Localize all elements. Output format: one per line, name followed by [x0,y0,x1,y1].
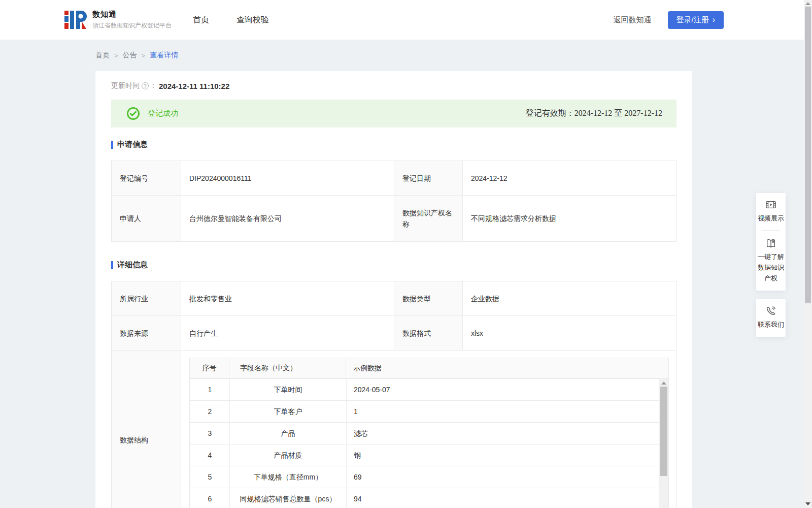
scrollbar-thumb[interactable] [660,387,667,476]
nav-home[interactable]: 首页 [192,12,210,28]
data-format-label: 数据格式 [394,316,463,351]
breadcrumb-separator: > [142,52,146,59]
window-scrollbar[interactable] [804,0,812,508]
structure-row: 6 同规格滤芯销售总数量（pcs） 94 [190,488,659,508]
registration-success-banner: 登记成功 登记有效期：2024-12-12 至 2027-12-12 [111,100,676,128]
open-book-icon [765,238,776,249]
structure-table-body: 1 下单时间 2024-05-07 2 下单客户 1 [190,378,668,508]
scroll-up-arrow-icon[interactable] [805,2,810,5]
row-index: 4 [190,444,230,466]
row-field: 产品 [230,422,347,444]
top-bar: 数知通 浙江省数据知识产权登记平台 首页 查询校验 返回数知通 登录/注册 › [0,0,812,40]
contact-us-card[interactable]: 联系我们 [756,299,786,337]
row-index: 1 [190,378,230,400]
validity-label: 登记有效期： [526,109,574,117]
help-circle-icon[interactable]: ? [142,82,149,89]
video-show-item[interactable]: 视频展示 [757,199,785,224]
data-structure-label: 数据结构 [112,351,181,508]
apply-info-title-text: 申请信息 [117,140,148,149]
logo-subtitle: 浙江省数据知识产权登记平台 [92,21,172,30]
update-time-colon: ： [150,81,157,90]
nav-query-verify[interactable]: 查询校验 [235,12,270,28]
row-sample: 滤芯 [347,422,659,444]
update-time-value: 2024-12-11 11:10:22 [159,82,229,90]
one-click-guide-item[interactable]: 一键了解数据知识产权 [757,238,785,283]
dip-name-value: 不同规格滤芯需求分析数据 [463,196,676,242]
data-source-value: 自行产生 [181,316,394,351]
reg-date-value: 2024-12-12 [463,161,676,196]
login-register-button[interactable]: 登录/注册 › [668,11,724,29]
logo-ip-icon [63,8,87,31]
col-header-sample-data: 示例数据 [346,358,668,378]
section-bar-icon [111,261,113,269]
divider [762,230,780,231]
row-field: 下单客户 [230,400,347,422]
floating-side-panel: 视频展示 一键了解数据知识产权 联系我们 [756,193,786,337]
structure-row: 5 下单规格（直径mm） 69 [190,466,659,488]
industry-value: 批发和零售业 [181,281,394,316]
back-to-shuzhitong-link[interactable]: 返回数知通 [614,15,652,25]
update-time-row: 更新时间 ? ： 2024-12-11 11:10:22 [111,80,676,91]
row-index: 3 [190,422,230,444]
apply-info-table: 登记编号 DIP2024000016111 登记日期 2024-12-12 申请… [111,161,676,242]
row-index: 2 [190,400,230,422]
structure-row: 4 产品材质 钢 [190,444,659,466]
one-click-guide-label: 一键了解数据知识产权 [757,251,785,283]
scroll-up-arrow-icon[interactable] [661,382,666,385]
chevron-right-icon: › [713,16,715,24]
applicant-label: 申请人 [112,196,181,242]
contact-us-label: 联系我们 [757,319,785,330]
data-source-label: 数据来源 [112,316,181,351]
structure-row: 3 产品 滤芯 [190,422,659,444]
detail-info-title-text: 详细信息 [117,260,148,270]
row-field: 下单规格（直径mm） [230,466,347,488]
table-row: 申请人 台州德尔曼智能装备有限公司 数据知识产权名称 不同规格滤芯需求分析数据 [112,196,676,242]
structure-table: 序号 字段名称（中文） 示例数据 1 下单时间 2024-05-07 [189,358,669,508]
breadcrumb: 首页 > 公告 > 查看详情 [0,40,812,71]
row-field: 下单时间 [230,378,347,400]
phone-icon [765,305,776,316]
status-text: 登记成功 [148,109,178,118]
row-index: 6 [190,488,230,508]
structure-row: 1 下单时间 2024-05-07 [190,378,659,400]
apply-info-section-title: 申请信息 [111,140,676,149]
col-header-index: 序号 [190,358,229,378]
reg-number-value: DIP2024000016111 [181,161,394,196]
scroll-down-arrow-icon[interactable] [805,502,810,505]
row-sample: 钢 [347,444,659,466]
main-nav: 首页 查询校验 [192,12,270,28]
detail-info-table: 所属行业 批发和零售业 数据类型 企业数据 数据来源 自行产生 数据格式 xls… [111,281,676,508]
applicant-value: 台州德尔曼智能装备有限公司 [181,196,394,242]
detail-info-section-title: 详细信息 [111,260,676,270]
section-bar-icon [111,141,113,149]
col-header-field-name: 字段名称（中文） [229,358,346,378]
success-check-icon [126,107,140,120]
table-row: 所属行业 批发和零售业 数据类型 企业数据 [112,281,676,316]
industry-label: 所属行业 [112,281,181,316]
validity-value: 2024-12-12 至 2027-12-12 [574,109,662,117]
row-field: 同规格滤芯销售总数量（pcs） [230,488,347,508]
logo-title: 数知通 [92,10,172,19]
structure-table-scrollbar[interactable] [659,378,668,508]
row-sample: 69 [347,466,659,488]
data-type-value: 企业数据 [463,281,676,316]
breadcrumb-home[interactable]: 首页 [95,51,110,60]
data-structure-cell: 序号 字段名称（中文） 示例数据 1 下单时间 2024-05-07 [181,351,676,508]
structure-rows: 1 下单时间 2024-05-07 2 下单客户 1 [190,378,659,508]
breadcrumb-current: 查看详情 [150,51,178,60]
top-right-actions: 返回数知通 登录/注册 › [614,11,812,29]
table-row: 数据来源 自行产生 数据格式 xlsx [112,316,676,351]
row-index: 5 [190,466,230,488]
data-type-label: 数据类型 [394,281,463,316]
side-panel-card-top: 视频展示 一键了解数据知识产权 [756,193,786,291]
validity-period: 登记有效期：2024-12-12 至 2027-12-12 [526,108,662,119]
detail-card: 更新时间 ? ： 2024-12-11 11:10:22 登记成功 登记有效期：… [95,71,692,508]
reg-number-label: 登记编号 [112,161,181,196]
scrollbar-thumb[interactable] [805,7,811,303]
breadcrumb-separator: > [114,52,118,59]
platform-logo[interactable]: 数知通 浙江省数据知识产权登记平台 [63,8,172,31]
breadcrumb-announcement[interactable]: 公告 [123,51,137,60]
structure-row: 2 下单客户 1 [190,400,659,422]
data-format-value: xlsx [463,316,676,351]
video-icon [765,199,776,210]
